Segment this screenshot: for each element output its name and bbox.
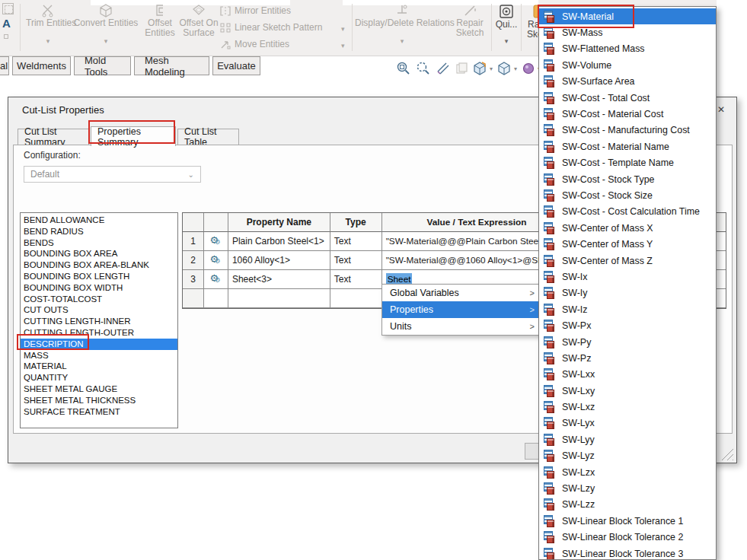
list-item[interactable]: SURFACE TREATMENT [21, 406, 177, 418]
list-item[interactable]: BOUNDING BOX LENGTH [21, 271, 177, 282]
dropdown-item-sw-flattened-mass[interactable]: SW-Flattened Mass [539, 41, 716, 57]
list-item[interactable]: CUTTING LENGTH-INNER [21, 316, 177, 327]
trim-entities-button[interactable]: Trim Entities ▾ [26, 3, 70, 45]
dropdown-item-sw-cost-cost-calculation-time[interactable]: SW-Cost - Cost Calculation Time [539, 204, 716, 220]
property-name-cell[interactable]: 1060 Alloy<1> [228, 251, 330, 270]
sketch-icon[interactable] [2, 3, 14, 14]
list-item[interactable]: COST-TOTALCOST [21, 294, 177, 305]
dropdown-item-sw-lxz[interactable]: SW-Lxz [539, 399, 716, 415]
move-dropdown-arrow[interactable]: ▾ [341, 42, 345, 49]
list-item[interactable]: BEND ALLOWANCE [21, 215, 177, 226]
dropdown-item-sw-cost-material-name[interactable]: SW-Cost - Material Name [539, 138, 716, 154]
dropdown-item-sw-py[interactable]: SW-Py [539, 334, 716, 350]
dropdown-item-sw-lxx[interactable]: SW-Lxx [539, 367, 716, 383]
menu-item-global-variables[interactable]: Global Variables> [382, 285, 542, 301]
ribbon-tab-al[interactable]: al [0, 56, 9, 75]
previous-view-icon[interactable] [454, 61, 469, 76]
property-name-cell[interactable]: Sheet<3> [228, 270, 330, 289]
tab-cut-list-summary[interactable]: Cut List Summary [18, 129, 89, 145]
property-icon [544, 304, 556, 316]
dropdown-item-sw-pz[interactable]: SW-Pz [539, 350, 716, 366]
dropdown-item-sw-cost-stock-type[interactable]: SW-Cost - Stock Type [539, 171, 716, 187]
point-tool-icon[interactable] [4, 34, 8, 39]
resize-grip[interactable] [720, 447, 733, 460]
list-item[interactable]: BENDS [21, 237, 177, 249]
icon-column-header [204, 213, 228, 232]
type-cell[interactable] [330, 289, 382, 308]
quick-snaps-dropdown-arrow[interactable]: ▾ [493, 37, 519, 45]
property-icon [544, 173, 556, 186]
dropdown-item-sw-lzy[interactable]: SW-Lzy [539, 480, 716, 496]
list-item[interactable]: BOUNDING BOX WIDTH [21, 282, 177, 294]
ribbon-tab-mold-tools[interactable]: Mold Tools [74, 56, 131, 75]
dropdown-item-sw-linear-block-tolerance-2[interactable]: SW-Linear Block Tolerance 2 [539, 530, 716, 546]
dropdown-item-sw-cost-material-cost[interactable]: SW-Cost - Material Cost [539, 106, 716, 122]
list-item[interactable]: SHEET METAL GAUGE [21, 383, 177, 395]
dropdown-item-sw-px[interactable]: SW-Px [539, 317, 716, 333]
dropdown-item-sw-cost-manufacturing-cost[interactable]: SW-Cost - Manufacturing Cost [539, 123, 716, 138]
dropdown-item-sw-lyy[interactable]: SW-Lyy [539, 431, 716, 447]
list-item[interactable]: MATERIAL [21, 361, 177, 372]
zoom-to-area-icon[interactable] [416, 61, 431, 76]
dropdown-item-sw-center-of-mass-y[interactable]: SW-Center of Mass Y [539, 236, 716, 252]
configuration-combobox[interactable]: Default ⌄ [24, 166, 201, 183]
view-orientation-icon[interactable] [496, 61, 512, 76]
dropdown-item-sw-cost-stock-size[interactable]: SW-Cost - Stock Size [539, 187, 716, 203]
list-item[interactable]: QUANTITY [21, 372, 177, 383]
convert-entities-button[interactable]: Convert Entities ▾ [72, 3, 140, 45]
offset-entities-button[interactable]: Offset Entities [142, 3, 178, 38]
ribbon-tab-mesh-modeling[interactable]: Mesh Modeling [134, 56, 209, 75]
linear-sketch-pattern-button[interactable]: Linear Sketch Pattern [220, 23, 350, 33]
dropdown-item-sw-center-of-mass-z[interactable]: SW-Center of Mass Z [539, 253, 716, 269]
quick-snaps-button[interactable]: Qui... ▾ [493, 3, 519, 45]
zoom-to-fit-icon[interactable] [396, 61, 411, 76]
list-item[interactable]: BOUNDING BOX AREA [21, 248, 177, 259]
convert-dropdown-arrow[interactable]: ▾ [72, 37, 140, 45]
trim-dropdown-arrow[interactable]: ▾ [26, 37, 70, 45]
text-tool-icon[interactable]: A [2, 18, 18, 30]
dropdown-item-sw-lzz[interactable]: SW-Lzz [539, 497, 716, 513]
mirror-entities-button[interactable]: Mirror Entities [220, 6, 350, 16]
menu-item-properties[interactable]: Properties> [382, 301, 542, 318]
dropdown-item-sw-lzx[interactable]: SW-Lzx [539, 464, 716, 480]
ribbon-tab-evaluate[interactable]: Evaluate [212, 56, 260, 75]
dropdown-item-sw-lyz[interactable]: SW-Lyz [539, 448, 716, 464]
ribbon-tab-weldments[interactable]: Weldments [12, 56, 71, 75]
tab-cut-list-table[interactable]: Cut List Table [177, 129, 239, 145]
pattern-dropdown-arrow[interactable]: ▾ [341, 25, 345, 33]
dropdown-item-sw-surface-area[interactable]: SW-Surface Area [539, 74, 716, 90]
dropdown-item-sw-lyx[interactable]: SW-Lyx [539, 415, 716, 431]
dropdown-item-sw-linear-block-tolerance-1[interactable]: SW-Linear Block Tolerance 1 [539, 513, 716, 529]
menu-item-units[interactable]: Units> [382, 318, 542, 335]
property-name-cell[interactable] [228, 289, 330, 308]
hide-show-items-icon[interactable] [521, 61, 536, 76]
dropdown-item-sw-ix[interactable]: SW-Ix [539, 269, 716, 285]
dropdown-item-sw-cost-template-name[interactable]: SW-Cost - Template Name [539, 155, 716, 171]
offset-on-surface-button[interactable]: Offset On Surface [177, 3, 221, 38]
display-style-dropdown-arrow[interactable]: ▾ [490, 65, 493, 72]
display-delete-relations-button[interactable]: Display/Delete Relations ▾ [355, 3, 449, 45]
move-entities-button[interactable]: Move Entities [220, 40, 350, 49]
dropdown-item-sw-cost-total-cost[interactable]: SW-Cost - Total Cost [539, 90, 716, 106]
relations-dropdown-arrow[interactable]: ▾ [355, 37, 449, 45]
section-view-icon[interactable] [436, 61, 451, 76]
view-orientation-dropdown-arrow[interactable]: ▾ [514, 65, 517, 72]
dropdown-item-sw-iz[interactable]: SW-Iz [539, 301, 716, 317]
type-cell[interactable]: Text [330, 270, 382, 289]
property-name-cell[interactable]: Plain Carbon Steel<1> [228, 232, 330, 251]
dropdown-item-label: SW-Lzz [562, 499, 595, 510]
dropdown-item-sw-linear-block-tolerance-3[interactable]: SW-Linear Block Tolerance 3 [539, 546, 716, 560]
repair-sketch-button[interactable]: Repair Sketch [451, 3, 489, 38]
list-item[interactable]: MASS [21, 350, 177, 361]
list-item[interactable]: CUT OUTS [21, 304, 177, 316]
display-style-icon[interactable] [472, 61, 487, 76]
dropdown-item-sw-volume[interactable]: SW-Volume [539, 57, 716, 73]
dropdown-item-sw-lxy[interactable]: SW-Lxy [539, 383, 716, 399]
list-item[interactable]: BEND RADIUS [21, 226, 177, 237]
list-item[interactable]: SHEET METAL THICKNESS [21, 395, 177, 406]
dropdown-item-sw-iy[interactable]: SW-Iy [539, 285, 716, 301]
dropdown-item-sw-center-of-mass-x[interactable]: SW-Center of Mass X [539, 220, 716, 236]
list-item[interactable]: BOUNDING BOX AREA-BLANK [21, 259, 177, 271]
type-cell[interactable]: Text [330, 251, 382, 270]
type-cell[interactable]: Text [330, 232, 382, 251]
